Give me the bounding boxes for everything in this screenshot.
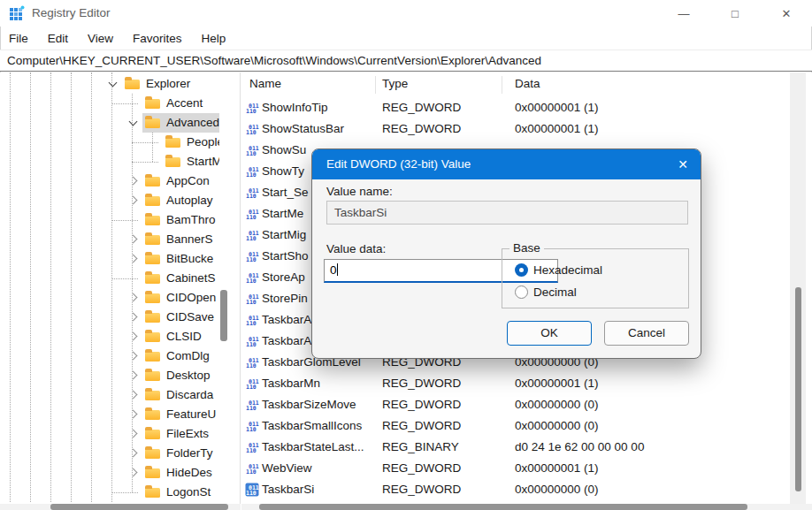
chevron-down-icon[interactable] — [109, 79, 118, 88]
base-groupbox: Base Hexadecimal Decimal — [502, 248, 689, 308]
tree-item-clsid[interactable]: CLSID — [0, 327, 219, 346]
registry-value-row-taskbarsmallicons[interactable]: 011110TaskbarSmallIconsREG_DWORD0x000000… — [241, 415, 790, 437]
tree-item-appcon[interactable]: AppCon — [0, 171, 219, 191]
chevron-right-icon[interactable] — [129, 391, 138, 400]
tree-item-label: LogonSt — [166, 485, 211, 499]
tree-horizontal-scrollbar[interactable] — [0, 504, 241, 510]
value-name-cell: TaskbarA — [262, 313, 311, 326]
list-vertical-scrollbar-thumb[interactable] — [795, 287, 801, 491]
radio-hexadecimal[interactable]: Hexadecimal — [515, 261, 602, 278]
tree-item-label: Accent — [166, 96, 203, 110]
dword-value-icon: 011110 — [245, 292, 259, 306]
chevron-right-icon[interactable] — [129, 468, 138, 477]
registry-editor-window: Registry Editor — □ ✕ FileEditViewFavori… — [0, 0, 812, 510]
tree-item-featureu[interactable]: FeatureU — [0, 405, 219, 424]
tree-item-bitbucke[interactable]: BitBucke — [0, 249, 219, 269]
tree-guide-stub — [111, 492, 138, 493]
registry-value-row-showstatusbar[interactable]: 011110ShowStatusBarREG_DWORD0x00000001 (… — [241, 118, 790, 140]
chevron-right-icon[interactable] — [129, 430, 138, 438]
ok-button[interactable]: OK — [507, 321, 592, 346]
chevron-right-icon[interactable] — [129, 410, 138, 419]
tree-item-cabinets[interactable]: CabinetS — [0, 269, 219, 288]
address-path: Computer\HKEY_CURRENT_USER\Software\Micr… — [7, 54, 541, 67]
chevron-right-icon[interactable] — [129, 313, 138, 322]
value-name-field[interactable]: TaskbarSi — [326, 201, 688, 225]
tree-item-label: Desktop — [166, 369, 211, 382]
folder-icon — [145, 410, 160, 420]
maximize-button[interactable]: □ — [715, 0, 755, 27]
value-name-cell: TaskbarSmallIcons — [262, 419, 362, 432]
tree-item-cidsave[interactable]: CIDSave — [0, 308, 219, 327]
tree-item-banners[interactable]: BannerS — [0, 230, 219, 249]
tree-item-advanced[interactable]: Advanced — [0, 113, 219, 133]
registry-editor-app-icon — [9, 5, 25, 21]
close-button[interactable]: ✕ — [766, 0, 807, 27]
tree-item-discarda[interactable]: Discarda — [0, 385, 219, 405]
chevron-right-icon[interactable] — [129, 177, 138, 186]
address-bar[interactable]: Computer\HKEY_CURRENT_USER\Software\Micr… — [0, 49, 812, 72]
value-type-cell: REG_DWORD — [382, 122, 461, 135]
value-name-cell: TaskbarMn — [262, 377, 320, 390]
value-data-cell: 0x00000001 (1) — [515, 461, 599, 475]
list-vertical-scrollbar[interactable] — [790, 72, 806, 504]
column-header-type[interactable]: Type — [382, 77, 408, 90]
column-header-data[interactable]: Data — [515, 77, 540, 90]
folder-icon — [145, 371, 160, 381]
tree-item-cidopen[interactable]: CIDOpen — [0, 288, 219, 308]
tree-item-fileexts[interactable]: FileExts — [0, 424, 219, 444]
radio-unselected-icon — [515, 285, 528, 299]
tree-item-desktop[interactable]: Desktop — [0, 366, 219, 385]
chevron-right-icon[interactable] — [129, 235, 138, 244]
chevron-right-icon[interactable] — [129, 255, 138, 263]
menu-edit[interactable]: Edit — [48, 32, 68, 45]
registry-value-row-showinfotip[interactable]: 011110ShowInfoTipREG_DWORD0x00000001 (1) — [241, 97, 790, 118]
chevron-right-icon[interactable] — [129, 371, 138, 380]
tree-vertical-scrollbar-thumb[interactable] — [220, 290, 227, 341]
folder-icon — [145, 332, 160, 342]
tree-item-people[interactable]: People — [0, 133, 219, 152]
tree-item-comdlg[interactable]: ComDlg — [0, 346, 219, 366]
minimize-button[interactable]: — — [663, 0, 704, 27]
column-divider[interactable] — [375, 76, 376, 94]
tree-item-logonst[interactable]: LogonSt — [0, 483, 219, 502]
registry-value-row-taskbarmn[interactable]: 011110TaskbarMnREG_DWORD0x00000001 (1) — [241, 373, 790, 394]
registry-value-row-taskbarsizemove[interactable]: 011110TaskbarSizeMoveREG_DWORD0x00000000… — [241, 394, 790, 415]
list-horizontal-scrollbar[interactable] — [241, 504, 812, 510]
list-horizontal-scrollbar-thumb[interactable] — [259, 504, 747, 510]
tree-item-label: AppCon — [166, 174, 210, 187]
value-data-cell: 0x00000000 (0) — [515, 483, 599, 496]
menu-file[interactable]: File — [9, 32, 28, 45]
registry-value-row-webview[interactable]: 011110WebViewREG_DWORD0x00000001 (1) — [241, 458, 790, 479]
menu-favorites[interactable]: Favorites — [133, 32, 182, 45]
cancel-button[interactable]: Cancel — [604, 321, 689, 346]
value-data-cell: 0x00000000 (0) — [515, 398, 599, 411]
dword-value-icon: 011110 — [245, 377, 259, 391]
column-header-name[interactable]: Name — [249, 77, 281, 90]
tree-item-label: BannerS — [166, 232, 213, 246]
svg-text:110: 110 — [246, 193, 257, 200]
tree-item-explorer[interactable]: Explorer — [0, 74, 219, 94]
tree-item-label: Explorer — [146, 77, 190, 90]
tree-item-autoplay[interactable]: Autoplay — [0, 191, 219, 210]
tree-horizontal-scrollbar-thumb[interactable] — [50, 504, 228, 510]
dialog-close-icon[interactable]: ✕ — [678, 149, 688, 179]
chevron-right-icon[interactable] — [129, 449, 138, 458]
tree-item-accent[interactable]: Accent — [0, 94, 219, 113]
dword-value-icon: 011110 — [245, 249, 259, 263]
tree-item-folderty[interactable]: FolderTy — [0, 444, 219, 463]
registry-value-row-taskbarsi[interactable]: 011110TaskbarSiREG_DWORD0x00000000 (0) — [241, 479, 790, 500]
chevron-right-icon[interactable] — [129, 196, 138, 205]
value-name-cell: StartSho — [262, 249, 309, 263]
tree-item-bamthro[interactable]: BamThro — [0, 210, 219, 230]
chevron-right-icon[interactable] — [129, 332, 138, 341]
chevron-right-icon[interactable] — [129, 293, 138, 302]
chevron-down-icon[interactable] — [129, 118, 138, 126]
column-divider[interactable] — [502, 76, 502, 94]
registry-value-row-taskbarstatelast-[interactable]: 011110TaskbarStateLast...REG_BINARYd0 24… — [241, 437, 790, 458]
radio-decimal[interactable]: Decimal — [515, 283, 577, 301]
chevron-right-icon[interactable] — [129, 352, 138, 361]
tree-item-hidedes[interactable]: HideDes — [0, 463, 219, 483]
tree-item-startm[interactable]: StartM — [0, 152, 219, 171]
menu-help[interactable]: Help — [202, 32, 226, 45]
menu-view[interactable]: View — [88, 32, 113, 45]
